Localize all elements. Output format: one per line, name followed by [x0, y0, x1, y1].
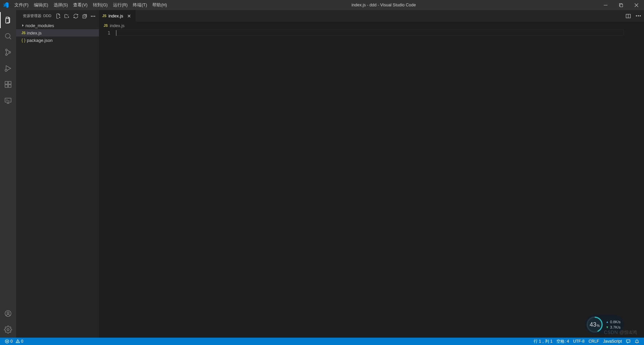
title-bar: 文件(F) 编辑(E) 选择(S) 查看(V) 转到(G) 运行(R) 终端(T…	[0, 0, 644, 10]
activity-source-control-icon[interactable]	[0, 44, 16, 60]
code-area[interactable]	[116, 29, 644, 338]
tree-item-label: index.js	[27, 30, 42, 36]
svg-point-5	[6, 49, 7, 51]
tab-index-js[interactable]: JS index.js ✕	[99, 10, 136, 22]
tab-close-icon[interactable]: ✕	[127, 13, 131, 19]
breadcrumb-item: index.js	[110, 23, 124, 28]
menu-run[interactable]: 运行(R)	[110, 0, 130, 10]
line-number-gutter: 1	[99, 29, 116, 338]
status-notifications-icon[interactable]	[633, 338, 641, 345]
collapse-all-icon[interactable]	[82, 13, 87, 19]
tree-item-label: package.json	[27, 38, 53, 43]
svg-point-15	[7, 312, 9, 314]
activity-accounts-icon[interactable]	[0, 305, 16, 322]
tree-item-label: node_modules	[25, 23, 54, 28]
menu-bar: 文件(F) 编辑(E) 选择(S) 查看(V) 转到(G) 运行(R) 终端(T…	[12, 0, 170, 10]
activity-remote-icon[interactable]	[0, 92, 16, 109]
editor-tabs: JS index.js ✕ •••	[99, 10, 644, 22]
menu-edit[interactable]: 编辑(E)	[31, 0, 51, 10]
more-actions-icon[interactable]: •••	[91, 13, 96, 19]
status-indentation[interactable]: 空格: 4	[554, 338, 571, 345]
svg-point-27	[17, 342, 18, 343]
svg-rect-9	[5, 81, 8, 84]
activity-bar	[0, 10, 16, 338]
svg-rect-12	[8, 81, 11, 84]
status-encoding[interactable]: UTF-8	[571, 338, 587, 345]
tab-label: index.js	[108, 13, 123, 18]
tree-file-package-json[interactable]: { } package.json	[16, 37, 99, 44]
error-count: 0	[10, 339, 13, 344]
text-cursor	[116, 30, 116, 36]
svg-point-3	[5, 33, 10, 38]
status-feedback-icon[interactable]	[624, 338, 633, 345]
activity-extensions-icon[interactable]	[0, 76, 16, 92]
menu-help[interactable]: 帮助(H)	[150, 0, 169, 10]
window-close-button[interactable]	[629, 0, 644, 10]
js-file-icon: JS	[102, 14, 106, 18]
activity-run-debug-icon[interactable]	[0, 60, 16, 76]
warning-count: 0	[21, 339, 23, 344]
svg-point-7	[9, 52, 11, 53]
svg-rect-0	[604, 5, 607, 5]
svg-rect-10	[5, 85, 8, 87]
svg-point-16	[7, 329, 9, 331]
menu-selection[interactable]: 选择(S)	[51, 0, 71, 10]
menu-go[interactable]: 转到(G)	[90, 0, 110, 10]
activity-settings-icon[interactable]	[0, 322, 16, 338]
svg-rect-2	[620, 4, 623, 7]
status-cursor-position[interactable]: 行 1，列 1	[532, 338, 554, 345]
menu-file[interactable]: 文件(F)	[12, 0, 31, 10]
new-file-icon[interactable]	[56, 13, 61, 19]
svg-point-6	[6, 54, 7, 56]
svg-rect-13	[5, 98, 11, 102]
svg-rect-11	[8, 85, 11, 87]
activity-search-icon[interactable]	[0, 28, 16, 44]
workbench: 资源管理器: DDD ••• node_modules JS index.js	[0, 10, 644, 338]
vscode-logo-icon	[0, 2, 12, 8]
split-editor-icon[interactable]	[626, 13, 631, 19]
svg-line-4	[9, 38, 11, 39]
file-tree: node_modules JS index.js { } package.jso…	[16, 22, 99, 44]
svg-point-8	[5, 69, 7, 71]
tree-folder-node_modules[interactable]: node_modules	[16, 22, 99, 29]
chevron-right-icon	[20, 23, 25, 27]
editor-more-actions-icon[interactable]: •••	[636, 13, 641, 18]
status-language[interactable]: JavaScript	[601, 338, 624, 345]
sidebar-title: 资源管理器: DDD	[23, 13, 56, 18]
json-file-icon: { }	[20, 38, 27, 43]
menu-terminal[interactable]: 终端(T)	[130, 0, 150, 10]
refresh-icon[interactable]	[73, 13, 78, 19]
window-maximize-button[interactable]	[613, 0, 629, 10]
activity-explorer-icon[interactable]	[0, 12, 16, 28]
new-folder-icon[interactable]	[64, 13, 70, 19]
status-bar: 0 0 行 1，列 1 空格: 4 UTF-8 CRLF JavaScript	[0, 338, 644, 345]
editor-group: JS index.js ✕ ••• JS index.js 1	[99, 10, 644, 338]
menu-view[interactable]: 查看(V)	[70, 0, 90, 10]
breadcrumbs[interactable]: JS index.js	[99, 22, 644, 29]
window-controls	[598, 0, 644, 10]
sidebar-header: 资源管理器: DDD •••	[16, 10, 99, 22]
js-file-icon: JS	[20, 31, 27, 35]
window-minimize-button[interactable]	[598, 0, 613, 10]
current-line-highlight	[116, 29, 624, 36]
window-title: index.js - ddd - Visual Studio Code	[170, 3, 598, 7]
line-number: 1	[99, 30, 110, 36]
editor-body[interactable]: 1 43% ▲0.8K/s ▼3.7K/s	[99, 29, 644, 338]
status-errors[interactable]: 0 0	[3, 338, 25, 345]
tree-file-index-js[interactable]: JS index.js	[16, 29, 99, 37]
status-eol[interactable]: CRLF	[587, 338, 601, 345]
js-file-icon: JS	[104, 24, 108, 27]
sidebar-explorer: 资源管理器: DDD ••• node_modules JS index.js	[16, 10, 99, 338]
